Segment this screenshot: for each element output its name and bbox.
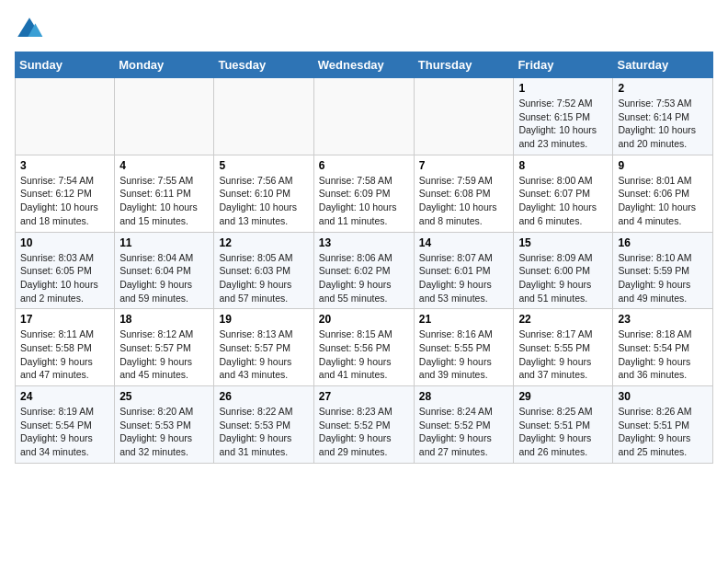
- calendar-day-cell: 4Sunrise: 7:55 AM Sunset: 6:11 PM Daylig…: [115, 155, 214, 232]
- day-info: Sunrise: 8:19 AM Sunset: 5:54 PM Dayligh…: [20, 405, 109, 459]
- day-info: Sunrise: 8:09 AM Sunset: 6:00 PM Dayligh…: [518, 251, 608, 305]
- day-number: 5: [219, 159, 308, 172]
- calendar-day-cell: 24Sunrise: 8:19 AM Sunset: 5:54 PM Dayli…: [16, 386, 115, 464]
- calendar-day-cell: 9Sunrise: 8:01 AM Sunset: 6:06 PM Daylig…: [613, 155, 713, 232]
- calendar-day-cell: [214, 78, 313, 155]
- day-number: 27: [319, 390, 409, 403]
- day-info: Sunrise: 7:54 AM Sunset: 6:12 PM Dayligh…: [20, 174, 109, 228]
- day-info: Sunrise: 8:11 AM Sunset: 5:58 PM Dayligh…: [20, 327, 109, 382]
- day-number: 4: [119, 159, 209, 172]
- day-number: 2: [618, 82, 708, 95]
- calendar-day-cell: 18Sunrise: 8:12 AM Sunset: 5:57 PM Dayli…: [115, 309, 214, 386]
- day-info: Sunrise: 7:59 AM Sunset: 6:08 PM Dayligh…: [419, 174, 509, 228]
- day-number: 9: [618, 159, 708, 172]
- day-number: 1: [518, 82, 608, 95]
- calendar-day-cell: 8Sunrise: 8:00 AM Sunset: 6:07 PM Daylig…: [514, 155, 613, 232]
- calendar-day-cell: 28Sunrise: 8:24 AM Sunset: 5:52 PM Dayli…: [414, 386, 514, 464]
- weekday-header: Tuesday: [214, 52, 313, 78]
- weekday-header: Wednesday: [313, 52, 414, 78]
- day-info: Sunrise: 8:06 AM Sunset: 6:02 PM Dayligh…: [319, 251, 409, 305]
- calendar-table: SundayMondayTuesdayWednesdayThursdayFrid…: [15, 52, 713, 464]
- calendar-day-cell: 6Sunrise: 7:58 AM Sunset: 6:09 PM Daylig…: [313, 155, 414, 232]
- weekday-header: Sunday: [16, 52, 115, 78]
- day-info: Sunrise: 8:26 AM Sunset: 5:51 PM Dayligh…: [618, 405, 708, 459]
- calendar-week-row: 10Sunrise: 8:03 AM Sunset: 6:05 PM Dayli…: [16, 232, 713, 309]
- day-number: 10: [20, 236, 109, 249]
- day-number: 26: [219, 390, 308, 403]
- calendar-day-cell: 13Sunrise: 8:06 AM Sunset: 6:02 PM Dayli…: [313, 232, 414, 309]
- calendar-week-row: 24Sunrise: 8:19 AM Sunset: 5:54 PM Dayli…: [16, 386, 713, 464]
- weekday-header: Saturday: [613, 52, 713, 78]
- calendar-day-cell: 14Sunrise: 8:07 AM Sunset: 6:01 PM Dayli…: [414, 232, 514, 309]
- day-info: Sunrise: 8:22 AM Sunset: 5:53 PM Dayligh…: [219, 405, 308, 459]
- weekday-header: Friday: [514, 52, 613, 78]
- calendar-week-row: 1Sunrise: 7:52 AM Sunset: 6:15 PM Daylig…: [16, 78, 713, 155]
- calendar-day-cell: 5Sunrise: 7:56 AM Sunset: 6:10 PM Daylig…: [214, 155, 313, 232]
- calendar-day-cell: [16, 78, 115, 155]
- day-number: 12: [219, 236, 308, 249]
- logo: [15, 15, 48, 44]
- day-number: 3: [20, 159, 109, 172]
- calendar-day-cell: 29Sunrise: 8:25 AM Sunset: 5:51 PM Dayli…: [514, 386, 613, 464]
- day-info: Sunrise: 8:00 AM Sunset: 6:07 PM Dayligh…: [518, 174, 608, 228]
- calendar-header-row: SundayMondayTuesdayWednesdayThursdayFrid…: [16, 52, 713, 78]
- calendar-day-cell: 3Sunrise: 7:54 AM Sunset: 6:12 PM Daylig…: [16, 155, 115, 232]
- calendar-day-cell: 12Sunrise: 8:05 AM Sunset: 6:03 PM Dayli…: [214, 232, 313, 309]
- day-info: Sunrise: 8:18 AM Sunset: 5:54 PM Dayligh…: [618, 327, 708, 382]
- calendar-day-cell: 27Sunrise: 8:23 AM Sunset: 5:52 PM Dayli…: [313, 386, 414, 464]
- calendar-day-cell: 30Sunrise: 8:26 AM Sunset: 5:51 PM Dayli…: [613, 386, 713, 464]
- day-info: Sunrise: 8:01 AM Sunset: 6:06 PM Dayligh…: [618, 174, 708, 228]
- day-info: Sunrise: 8:15 AM Sunset: 5:56 PM Dayligh…: [319, 327, 409, 382]
- calendar-day-cell: 17Sunrise: 8:11 AM Sunset: 5:58 PM Dayli…: [16, 309, 115, 386]
- calendar-week-row: 17Sunrise: 8:11 AM Sunset: 5:58 PM Dayli…: [16, 309, 713, 386]
- page-header: [15, 15, 713, 44]
- day-info: Sunrise: 8:20 AM Sunset: 5:53 PM Dayligh…: [119, 405, 209, 459]
- day-number: 18: [119, 313, 209, 326]
- day-number: 24: [20, 390, 109, 403]
- day-info: Sunrise: 7:58 AM Sunset: 6:09 PM Dayligh…: [319, 174, 409, 228]
- calendar-day-cell: 7Sunrise: 7:59 AM Sunset: 6:08 PM Daylig…: [414, 155, 514, 232]
- day-number: 6: [319, 159, 409, 172]
- calendar-day-cell: 22Sunrise: 8:17 AM Sunset: 5:55 PM Dayli…: [514, 309, 613, 386]
- day-number: 14: [419, 236, 509, 249]
- day-info: Sunrise: 8:16 AM Sunset: 5:55 PM Dayligh…: [419, 327, 509, 382]
- day-info: Sunrise: 8:13 AM Sunset: 5:57 PM Dayligh…: [219, 327, 308, 382]
- day-info: Sunrise: 7:55 AM Sunset: 6:11 PM Dayligh…: [119, 174, 209, 228]
- calendar-day-cell: 10Sunrise: 8:03 AM Sunset: 6:05 PM Dayli…: [16, 232, 115, 309]
- day-number: 30: [618, 390, 708, 403]
- calendar-day-cell: [115, 78, 214, 155]
- calendar-day-cell: 21Sunrise: 8:16 AM Sunset: 5:55 PM Dayli…: [414, 309, 514, 386]
- day-number: 23: [618, 313, 708, 326]
- weekday-header: Thursday: [414, 52, 514, 78]
- day-number: 21: [419, 313, 509, 326]
- day-number: 8: [518, 159, 608, 172]
- weekday-header: Monday: [115, 52, 214, 78]
- calendar-day-cell: [313, 78, 414, 155]
- calendar-day-cell: 11Sunrise: 8:04 AM Sunset: 6:04 PM Dayli…: [115, 232, 214, 309]
- day-info: Sunrise: 7:53 AM Sunset: 6:14 PM Dayligh…: [618, 97, 708, 151]
- day-number: 25: [119, 390, 209, 403]
- calendar-day-cell: 15Sunrise: 8:09 AM Sunset: 6:00 PM Dayli…: [514, 232, 613, 309]
- logo-icon: [15, 15, 44, 44]
- calendar-day-cell: 19Sunrise: 8:13 AM Sunset: 5:57 PM Dayli…: [214, 309, 313, 386]
- day-info: Sunrise: 8:10 AM Sunset: 5:59 PM Dayligh…: [618, 251, 708, 305]
- day-info: Sunrise: 7:56 AM Sunset: 6:10 PM Dayligh…: [219, 174, 308, 228]
- day-number: 19: [219, 313, 308, 326]
- calendar-day-cell: 26Sunrise: 8:22 AM Sunset: 5:53 PM Dayli…: [214, 386, 313, 464]
- day-number: 15: [518, 236, 608, 249]
- calendar-week-row: 3Sunrise: 7:54 AM Sunset: 6:12 PM Daylig…: [16, 155, 713, 232]
- day-number: 28: [419, 390, 509, 403]
- day-number: 17: [20, 313, 109, 326]
- calendar-day-cell: 25Sunrise: 8:20 AM Sunset: 5:53 PM Dayli…: [115, 386, 214, 464]
- calendar-day-cell: 2Sunrise: 7:53 AM Sunset: 6:14 PM Daylig…: [613, 78, 713, 155]
- day-info: Sunrise: 8:25 AM Sunset: 5:51 PM Dayligh…: [518, 405, 608, 459]
- day-number: 11: [119, 236, 209, 249]
- calendar-day-cell: 1Sunrise: 7:52 AM Sunset: 6:15 PM Daylig…: [514, 78, 613, 155]
- day-number: 7: [419, 159, 509, 172]
- day-info: Sunrise: 8:24 AM Sunset: 5:52 PM Dayligh…: [419, 405, 509, 459]
- day-number: 13: [319, 236, 409, 249]
- day-number: 20: [319, 313, 409, 326]
- day-info: Sunrise: 8:05 AM Sunset: 6:03 PM Dayligh…: [219, 251, 308, 305]
- day-info: Sunrise: 8:07 AM Sunset: 6:01 PM Dayligh…: [419, 251, 509, 305]
- day-info: Sunrise: 8:12 AM Sunset: 5:57 PM Dayligh…: [119, 327, 209, 382]
